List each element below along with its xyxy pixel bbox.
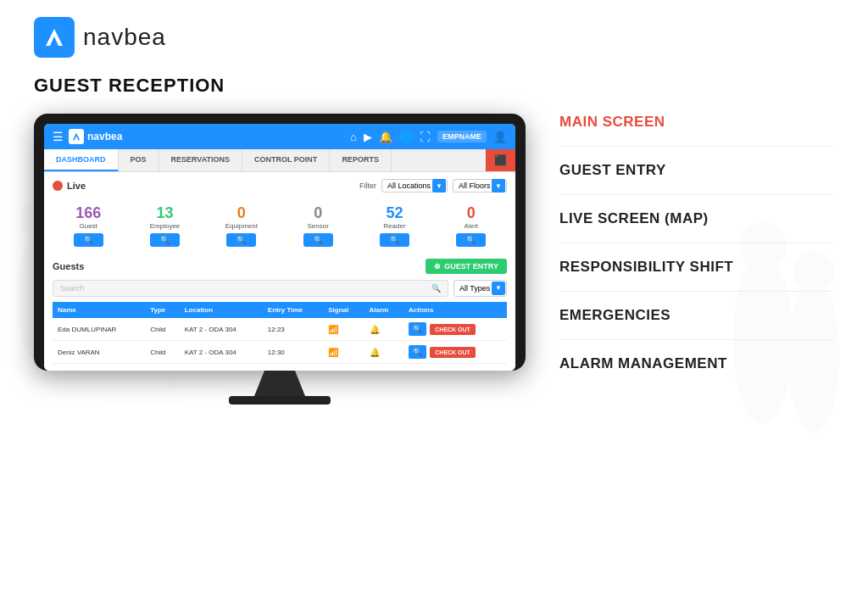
search-placeholder: Search [60,284,85,293]
col-name: Name [53,302,145,318]
expand-icon[interactable]: ⛶ [420,131,431,143]
svg-marker-9 [73,133,80,140]
wifi-signal-icon: 📶 [328,325,338,334]
topbar-logo-text: navbea [87,131,122,142]
right-panel: MAIN SCREEN GUEST ENTRY LIVE SCREEN (MAP… [551,114,834,388]
exit-button[interactable]: ⬛ [486,149,515,171]
row1-time: 12:23 [263,318,323,341]
hamburger-icon[interactable]: ☰ [53,130,64,143]
col-type: Type [145,302,180,318]
row2-location: KAT 2 - ODA 304 [180,341,263,364]
search-input-wrap[interactable]: Search 🔍 [53,280,448,297]
stat-employee-number: 13 [132,204,197,222]
stat-employee-label: Employee [132,222,197,230]
stat-sensor-label: Sensor [286,222,350,230]
menu-item-responsibility-label: RESPONSIBILITY SHIFT [559,259,733,275]
row2-checkout-button[interactable]: CHECK OUT [430,347,476,358]
row1-alarm: 🔔 [364,318,404,341]
row1-search-button[interactable]: 🔍 [409,322,426,336]
alarm-bell-icon-2: 🔔 [370,348,380,357]
stat-sensor-number: 0 [286,204,350,222]
menu-item-alarm-management[interactable]: ALARM MANAGEMENT [559,355,834,372]
type-select[interactable]: All Types [453,280,507,297]
empname-badge: EMPNAME [437,131,487,142]
guest-entry-icon: ⊕ [434,262,441,271]
menu-item-live-screen-label: LIVE SCREEN (MAP) [559,210,709,226]
row2-name: Deniz VARAN [53,341,145,364]
stat-reader-label: Reader [362,222,426,230]
nav-tabs: DASHBOARD POS RESERVATIONS CONTROL POINT… [44,149,515,172]
menu-item-live-screen[interactable]: LIVE SCREEN (MAP) [559,210,834,227]
menu-item-responsibility[interactable]: RESPONSIBILITY SHIFT [559,259,834,276]
page-title: GUEST RECEPTION [34,75,834,97]
search-icon: 🔍 [431,284,441,293]
menu-item-main-screen[interactable]: MAIN SCREEN [559,114,834,131]
table-row: Eda DUMLUPINAR Child KAT 2 - ODA 304 12:… [53,318,507,341]
bell-topbar-icon[interactable]: 🔔 [379,131,392,143]
stat-equipment-number: 0 [209,204,274,222]
menu-item-emergencies[interactable]: EMERGENCIES [559,307,834,324]
stat-guest-number: 166 [56,204,120,222]
tab-reports[interactable]: REPORTS [330,149,392,171]
row1-name: Eda DUMLUPINAR [53,318,145,341]
screen-topbar: ☰ navbea ⌂ [44,124,515,149]
stat-sensor-search[interactable]: 🔍 [303,233,333,247]
stat-guest-search[interactable]: 🔍 [74,233,103,247]
tab-dashboard[interactable]: DASHBOARD [44,149,119,171]
row1-actions: 🔍 CHECK OUT [403,318,507,341]
col-actions: Actions [403,302,507,318]
row1-checkout-button[interactable]: CHECK OUT [430,324,476,335]
row2-time: 12:30 [263,341,323,364]
row2-signal: 📶 [323,341,364,364]
logo-icon [34,17,75,58]
stat-alert-number: 0 [439,204,504,222]
stat-sensor: 0 Sensor 🔍 [282,199,353,252]
live-indicator: Live [53,181,86,191]
guests-title: Guests [53,261,84,271]
play-icon[interactable]: ▶ [364,131,372,143]
location-select[interactable]: All Locations [381,179,448,193]
row2-actions: 🔍 CHECK OUT [403,341,507,364]
menu-item-alarm-management-label: ALARM MANAGEMENT [559,355,727,371]
row2-alarm: 🔔 [364,341,404,364]
row1-type: Child [145,318,180,341]
stat-equipment-search[interactable]: 🔍 [226,233,256,247]
row2-type: Child [145,341,180,364]
monitor-container: ☰ navbea ⌂ [34,114,526,405]
floor-select[interactable]: All Floors [453,179,507,193]
row2-search-button[interactable]: 🔍 [409,345,426,359]
tab-control-point[interactable]: CONTROL POINT [242,149,330,171]
stat-equipment: 0 Equipment 🔍 [206,199,277,252]
stat-guest-label: Guest [56,222,120,230]
svg-marker-8 [46,29,63,46]
alarm-bell-icon: 🔔 [370,325,380,334]
menu-divider-2 [559,194,834,195]
guest-entry-label: GUEST ENTRY [444,262,498,271]
table-row: Deniz VARAN Child KAT 2 - ODA 304 12:30 … [53,341,507,364]
topbar-logo: navbea [69,129,122,144]
menu-divider-1 [559,146,834,147]
home-icon[interactable]: ⌂ [350,131,357,143]
menu-divider-3 [559,243,834,243]
filter-label: Filter [359,181,376,190]
globe-icon[interactable]: 🌐 [399,131,413,143]
guest-entry-button[interactable]: ⊕ GUEST ENTRY [426,259,507,274]
stat-alert-search[interactable]: 🔍 [456,233,486,247]
user-avatar-icon[interactable]: 👤 [493,131,507,143]
stat-reader-search[interactable]: 🔍 [380,233,409,247]
tab-pos[interactable]: POS [119,149,159,171]
stat-reader-number: 52 [362,204,426,222]
stat-employee-search[interactable]: 🔍 [150,233,180,247]
stat-employee: 13 Employee 🔍 [129,199,200,252]
stat-equipment-label: Equipment [209,222,274,230]
stats-row: 166 Guest 🔍 13 Employee 🔍 [53,199,507,252]
col-alarm: Alarm [364,302,404,318]
col-entry-time: Entry Time [263,302,323,318]
wifi-signal-icon-2: 📶 [328,348,338,357]
live-label: Live [67,181,86,191]
live-dot [53,181,63,191]
monitor-screen: ☰ navbea ⌂ [44,124,515,371]
menu-item-guest-entry[interactable]: GUEST ENTRY [559,162,834,179]
tab-reservations[interactable]: RESERVATIONS [159,149,243,171]
stat-guest: 166 Guest 🔍 [53,199,124,252]
